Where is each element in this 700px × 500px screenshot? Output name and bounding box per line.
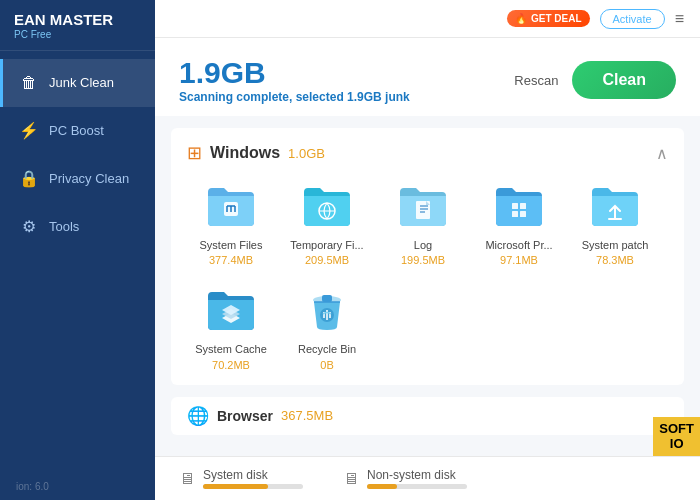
topbar: 🔥 GET DEAL Activate ≡ [155,0,700,38]
content-area: ⊞ Windows 1.0GB ∧ System Files 377.4MB T… [155,116,700,456]
sidebar-item-junk-clean[interactable]: 🗑 Junk Clean [0,59,155,107]
summary-prefix: Scanning complete, selected [179,90,347,104]
item-size-microsoft-pr: 97.1MB [500,254,538,266]
item-icon-recycle-bin [301,284,353,336]
item-system-patch[interactable]: System patch 78.3MB [571,180,659,266]
item-size-recycle-bin: 0B [320,359,333,371]
disk-bar-section: 🖥 System disk 🖥 Non-system disk [155,456,700,500]
svg-rect-4 [520,203,526,209]
sidebar-nav: 🗑 Junk Clean ⚡ PC Boost 🔒 Privacy Clean … [0,59,155,251]
browser-icon: 🌐 [187,405,209,427]
browser-section-title: Browser [217,408,273,424]
rescan-button[interactable]: Rescan [514,73,558,88]
item-name-microsoft-pr: Microsoft Pr... [485,238,552,252]
nav-icon-tools: ⚙ [19,217,39,237]
total-junk-size: 1.9GB [179,56,410,90]
svg-rect-6 [520,211,526,217]
sidebar-item-tools[interactable]: ⚙ Tools [0,203,155,251]
activate-button[interactable]: Activate [600,9,665,29]
item-name-log: Log [414,238,432,252]
summary-actions: Rescan Clean [514,61,676,99]
sidebar-item-pc-boost[interactable]: ⚡ PC Boost [0,107,155,155]
item-icon-log [397,180,449,232]
item-name-system-files: System Files [200,238,263,252]
disk-stack-system-disk: System disk [203,468,303,489]
item-microsoft-pr[interactable]: Microsoft Pr... 97.1MB [475,180,563,266]
item-icon-system-cache [205,284,257,336]
item-name-system-cache: System Cache [195,342,267,356]
svg-rect-7 [608,218,622,220]
item-system-files[interactable]: System Files 377.4MB [187,180,275,266]
disk-label-non-system-disk: Non-system disk [367,468,467,482]
item-size-system-files: 377.4MB [209,254,253,266]
nav-icon-junk-clean: 🗑 [19,73,39,93]
disk-icon-non-system-disk: 🖥 [343,470,359,488]
sidebar: EAN MASTER PC Free 🗑 Junk Clean ⚡ PC Boo… [0,0,155,500]
item-size-system-patch: 78.3MB [596,254,634,266]
item-size-temp-files: 209.5MB [305,254,349,266]
item-icon-microsoft-pr [493,180,545,232]
logo-title: EAN MASTER [14,12,141,29]
disk-item-system-disk: 🖥 System disk [179,468,303,489]
item-name-recycle-bin: Recycle Bin [298,342,356,356]
browser-section-size: 367.5MB [281,408,333,423]
item-size-log: 199.5MB [401,254,445,266]
windows-grid-icon: ⊞ [187,142,202,164]
watermark: SOFTIO [653,417,700,456]
summary-bar: 1.9GB Scanning complete, selected 1.9GB … [155,38,700,116]
fire-icon: 🔥 [515,13,527,24]
windows-section-size: 1.0GB [288,146,325,161]
sidebar-version: ion: 6.0 [0,473,155,500]
logo-subtitle: PC Free [14,29,141,40]
item-name-temp-files: Temporary Fi... [290,238,363,252]
disk-icon-system-disk: 🖥 [179,470,195,488]
sidebar-item-privacy-clean[interactable]: 🔒 Privacy Clean [0,155,155,203]
disk-item-non-system-disk: 🖥 Non-system disk [343,468,467,489]
disk-system-disk: 🖥 System disk [179,468,303,489]
collapse-icon[interactable]: ∧ [656,144,668,163]
disk-stack-non-system-disk: Non-system disk [367,468,467,489]
item-icon-system-patch [589,180,641,232]
svg-rect-3 [512,203,518,209]
summary-suffix: junk [382,90,410,104]
item-name-system-patch: System patch [582,238,649,252]
summary-info: 1.9GB Scanning complete, selected 1.9GB … [179,56,410,104]
disk-bar-inner-non-system-disk [367,484,397,489]
item-icon-system-files [205,180,257,232]
nav-icon-pc-boost: ⚡ [19,121,39,141]
summary-highlight-size: 1.9GB [347,90,382,104]
deal-badge[interactable]: 🔥 GET DEAL [507,10,590,27]
disk-bar-inner-system-disk [203,484,268,489]
clean-button[interactable]: Clean [572,61,676,99]
menu-icon[interactable]: ≡ [675,10,684,28]
item-log[interactable]: Log 199.5MB [379,180,467,266]
svg-rect-9 [322,295,332,302]
windows-section-title: Windows [210,144,280,162]
windows-section: ⊞ Windows 1.0GB ∧ System Files 377.4MB T… [171,128,684,385]
nav-label-privacy-clean: Privacy Clean [49,171,129,186]
disk-non-system-disk: 🖥 Non-system disk [343,468,467,489]
item-recycle-bin[interactable]: Recycle Bin 0B [283,284,371,370]
item-temp-files[interactable]: Temporary Fi... 209.5MB [283,180,371,266]
item-icon-temp-files [301,180,353,232]
nav-label-tools: Tools [49,219,79,234]
disk-bar-outer-system-disk [203,484,303,489]
windows-section-header: ⊞ Windows 1.0GB ∧ [187,142,668,164]
item-system-cache[interactable]: System Cache 70.2MB [187,284,275,370]
windows-items-grid: System Files 377.4MB Temporary Fi... 209… [187,180,668,371]
nav-label-junk-clean: Junk Clean [49,75,114,90]
disk-label-system-disk: System disk [203,468,303,482]
item-size-system-cache: 70.2MB [212,359,250,371]
summary-description: Scanning complete, selected 1.9GB junk [179,90,410,104]
nav-icon-privacy-clean: 🔒 [19,169,39,189]
svg-rect-5 [512,211,518,217]
windows-title-group: ⊞ Windows 1.0GB [187,142,325,164]
main-content: 🔥 GET DEAL Activate ≡ 1.9GB Scanning com… [155,0,700,500]
logo: EAN MASTER PC Free [0,0,155,51]
browser-section: 🌐 Browser 367.5MB [171,397,684,435]
nav-label-pc-boost: PC Boost [49,123,104,138]
deal-label: GET DEAL [531,13,582,24]
disk-bar-outer-non-system-disk [367,484,467,489]
